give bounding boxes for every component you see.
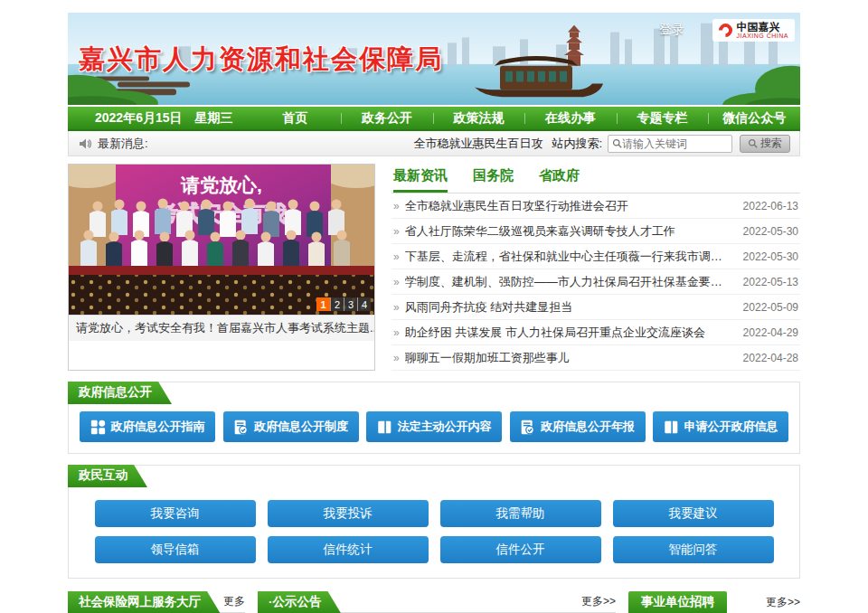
page-title: 嘉兴市人力资源和社会保障局: [79, 42, 443, 78]
photo-carousel[interactable]: 请党放心, 考试安全有我: [68, 164, 375, 371]
nav-menu: 首页 政务公开 政策法规 在线办事 专题专栏 微信公众号: [250, 110, 800, 127]
carousel-photo: 请党放心, 考试安全有我: [69, 165, 374, 315]
search-button-icon: [748, 138, 758, 148]
page: 嘉兴市人力资源和社会保障局 登录 中国嘉兴 JIAXING CHINA 2022…: [68, 13, 800, 613]
social-insurance-header: 社会保险网上服务大厅 更多: [68, 591, 245, 613]
recruitment-panel: 事业单位招聘 更多>> ·嘉兴市妇幼保健院2022年公开... ·2022年嘉兴…: [628, 591, 800, 613]
search-icon: [612, 138, 622, 148]
consult-button[interactable]: 我要咨询: [95, 500, 256, 527]
group-photo-image: 请党放心, 考试安全有我: [69, 165, 374, 315]
arrow-icon: »: [393, 200, 400, 212]
book-icon: [377, 420, 392, 435]
site-search-label: 站内搜索:: [552, 136, 602, 152]
letter-stats-button[interactable]: 信件统计: [268, 536, 429, 563]
nav-item-special[interactable]: 专题专栏: [617, 110, 709, 127]
news-panel: 最新资讯 国务院 省政府 » 全市稳就业惠民生百日攻坚行动推进会召开 2022-…: [392, 164, 800, 371]
need-help-button[interactable]: 我需帮助: [440, 500, 601, 527]
speaker-icon: [78, 137, 92, 151]
complaint-button[interactable]: 我要投诉: [268, 500, 429, 527]
marquee-text[interactable]: 全市稳就业惠民生百日攻: [413, 136, 542, 152]
search-button[interactable]: 搜索: [740, 135, 790, 153]
jiaxing-logo[interactable]: 中国嘉兴 JIAXING CHINA: [712, 19, 795, 42]
photo-overlay-line1: 请党放心,: [180, 174, 262, 195]
tab-state-council[interactable]: 国务院: [473, 167, 514, 193]
gov-info-section-title: 政府信息公开: [68, 382, 172, 404]
book-icon: [664, 420, 679, 435]
news-row[interactable]: » 风雨同舟齐抗疫 结对共建显担当 2022-05-09: [392, 295, 800, 320]
news-row[interactable]: » 全市稳就业惠民生百日攻坚行动推进会召开 2022-06-13: [392, 193, 800, 219]
weekday-text: 星期三: [195, 110, 233, 127]
logo-title: 中国嘉兴: [737, 22, 788, 33]
letter-disclosure-button[interactable]: 信件公开: [440, 536, 601, 563]
bottom-row: 社会保险网上服务大厅 更多 个人(单位)社保证明打印 办事指南 ·公示公告 更多…: [68, 591, 800, 613]
notice-bar: 最新消息: 全市稳就业惠民生百日攻 站内搜索: 搜索: [68, 131, 800, 156]
gov-info-section: 政府信息公开 政府信息公开指南 政府信息公开制度 法定主动公开内容 政府信息公开…: [68, 382, 800, 454]
news-row[interactable]: » 聊聊五一假期加班工资那些事儿 2022-04-28: [392, 345, 800, 371]
annual-report-button[interactable]: 政府信息公开年报: [510, 411, 646, 442]
nav-date: 2022年6月15日 星期三: [68, 110, 250, 127]
request-disclosure-button[interactable]: 申请公开政府信息: [653, 411, 788, 442]
grid-icon: [90, 420, 106, 435]
carousel-pager: 1 2 3 4: [316, 297, 371, 311]
news-list: » 全市稳就业惠民生百日攻坚行动推进会召开 2022-06-13 » 省人社厅陈…: [392, 193, 800, 371]
smart-qa-button[interactable]: 智能问答: [613, 536, 774, 563]
news-row[interactable]: » 省人社厅陈荣华二级巡视员来嘉兴调研专技人才工作 2022-05-30: [392, 219, 800, 244]
news-tabs: 最新资讯 国务院 省政府: [392, 164, 800, 193]
arrow-icon: »: [393, 352, 400, 364]
nav-item-online[interactable]: 在线办事: [524, 110, 617, 127]
public-notice-title: ·公示公告: [258, 591, 342, 613]
nav-item-home[interactable]: 首页: [250, 110, 342, 127]
interact-section-title: 政民互动: [68, 465, 147, 487]
tab-provincial-gov[interactable]: 省政府: [539, 167, 580, 193]
search-box: [608, 135, 732, 153]
arrow-icon: »: [393, 225, 400, 238]
main-nav: 2022年6月15日 星期三 首页 政务公开 政策法规 在线办事 专题专栏 微信…: [68, 107, 800, 131]
search-input[interactable]: [622, 137, 723, 150]
leader-mailbox-button[interactable]: 领导信箱: [95, 536, 256, 563]
jiaxing-logo-icon: [715, 21, 734, 40]
interact-section: 政民互动 我要咨询 我要投诉 我需帮助 我要建议 领导信箱 信件统计 信件公开 …: [68, 465, 800, 579]
news-row[interactable]: » 下基层、走流程，省社保和就业中心主任项薇一行来我市调研“国统”上线情况 20…: [392, 244, 800, 269]
social-insurance-panel: 社会保险网上服务大厅 更多 个人(单位)社保证明打印 办事指南: [68, 591, 245, 613]
news-row[interactable]: » 助企纾困 共谋发展 市人力社保局召开重点企业交流座谈会 2022-04-29: [392, 320, 800, 345]
public-notice-more-link[interactable]: 更多>>: [581, 594, 616, 609]
header-banner: 嘉兴市人力资源和社会保障局 登录 中国嘉兴 JIAXING CHINA: [68, 13, 800, 107]
gov-info-system-button[interactable]: 政府信息公开制度: [223, 411, 359, 442]
nav-item-gov-info[interactable]: 政务公开: [341, 110, 433, 127]
arrow-icon: »: [393, 276, 400, 288]
suggestion-button[interactable]: 我要建议: [613, 500, 774, 527]
pager-3[interactable]: 3: [344, 297, 357, 311]
nav-item-wechat[interactable]: 微信公众号: [708, 110, 800, 127]
arrow-icon: »: [393, 301, 400, 314]
carousel-caption[interactable]: 请党放心，考试安全有我！首届嘉兴市人事考试系统主题...: [69, 315, 374, 341]
social-insurance-title: 社会保险网上服务大厅: [68, 591, 221, 613]
date-text: 2022年6月15日: [95, 110, 183, 127]
pager-2[interactable]: 2: [330, 297, 344, 311]
public-notice-header: ·公示公告 更多>>: [258, 591, 616, 613]
news-row[interactable]: » 学制度、建机制、强防控——市人力社保局召开社保基金要情专题学习会 2022-…: [392, 269, 800, 295]
pager-4[interactable]: 4: [357, 297, 371, 311]
interact-buttons: 我要咨询 我要投诉 我需帮助 我要建议 领导信箱 信件统计 信件公开 智能问答: [80, 495, 788, 567]
arrow-icon: »: [393, 326, 400, 339]
public-notice-panel: ·公示公告 更多>> » 关于设立嘉善技工学校的公示 2022-05-18 » …: [258, 591, 616, 613]
arrow-icon: »: [393, 250, 400, 263]
pager-1[interactable]: 1: [316, 297, 330, 311]
gov-info-buttons: 政府信息公开指南 政府信息公开制度 法定主动公开内容 政府信息公开年报 申请公开…: [80, 411, 788, 442]
recruitment-title: 事业单位招聘: [628, 591, 727, 613]
recruitment-header: 事业单位招聘 更多>>: [628, 591, 800, 613]
legal-disclosure-button[interactable]: 法定主动公开内容: [366, 411, 502, 442]
nav-item-policy[interactable]: 政策法规: [433, 110, 525, 127]
gov-info-guide-button[interactable]: 政府信息公开指南: [80, 411, 215, 442]
doc-check-icon: [520, 420, 535, 435]
latest-news-label: 最新消息:: [98, 136, 148, 152]
logo-subtitle: JIAXING CHINA: [737, 33, 788, 39]
social-insurance-more-link[interactable]: 更多: [223, 594, 245, 609]
main-content-row: 请党放心, 考试安全有我: [68, 164, 800, 371]
doc-check-icon: [233, 420, 249, 435]
login-link[interactable]: 登录: [659, 22, 684, 38]
recruitment-more-link[interactable]: 更多>>: [766, 595, 800, 610]
tab-latest-news[interactable]: 最新资讯: [393, 167, 448, 193]
